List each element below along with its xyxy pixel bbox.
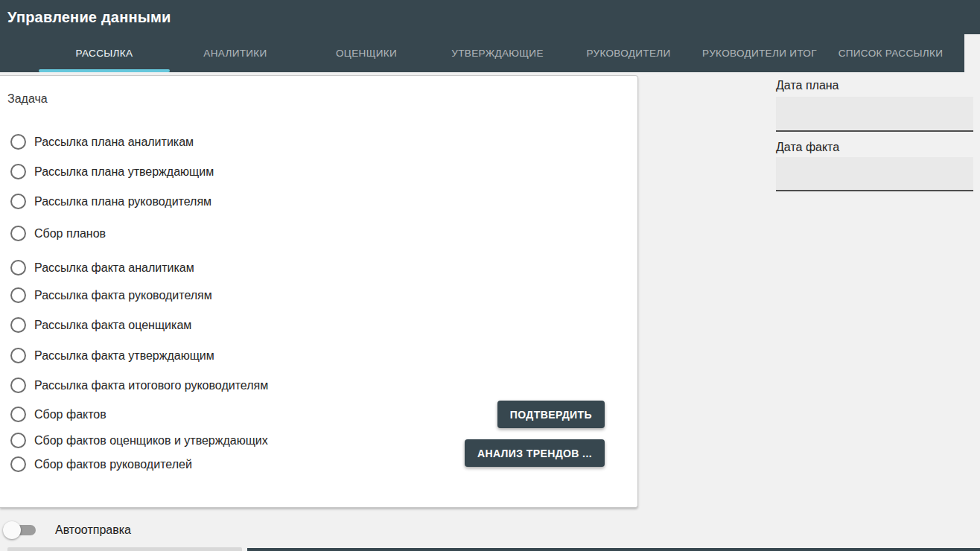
radio-icon[interactable] [10, 226, 26, 241]
task-option-label: Рассылка факта оценщикам [34, 319, 191, 332]
radio-icon[interactable] [10, 407, 26, 422]
radio-icon[interactable] [10, 348, 26, 363]
task-option-4[interactable]: Рассылка факта аналитикам [10, 260, 194, 276]
autosend-label: Автоотправка [55, 523, 131, 537]
app-toolbar: Управление данными [0, 0, 980, 34]
task-option-6[interactable]: Рассылка факта оценщикам [10, 317, 191, 333]
tab-1[interactable]: АНАЛИТИКИ [170, 34, 301, 72]
radio-icon[interactable] [10, 194, 26, 209]
radio-icon[interactable] [10, 378, 26, 393]
task-option-3[interactable]: Сбор планов [10, 226, 106, 241]
radio-icon[interactable] [10, 317, 26, 333]
trend-analysis-button[interactable]: АНАЛИЗ ТРЕНДОВ ... [465, 439, 605, 467]
radio-icon[interactable] [10, 433, 26, 448]
fact-date-label: Дата факта [776, 141, 839, 154]
task-option-9[interactable]: Сбор фактов [10, 407, 106, 422]
tab-3[interactable]: УТВЕРЖДАЮЩИЕ [432, 34, 563, 72]
task-option-label: Сбор планов [34, 227, 106, 241]
task-panel: Задача Рассылка плана аналитикамРассылка… [0, 75, 638, 508]
task-option-label: Рассылка плана утверждающим [34, 165, 214, 179]
page-title: Управление данными [7, 9, 171, 26]
radio-icon[interactable] [10, 164, 26, 179]
task-option-label: Рассылка факта утверждающим [34, 349, 214, 363]
task-option-label: Сбор фактов [34, 408, 106, 421]
task-option-label: Сбор фактов руководителей [34, 458, 192, 471]
task-option-2[interactable]: Рассылка плана руководителям [10, 194, 211, 209]
task-option-10[interactable]: Сбор фактов оценщиков и утверждающих [10, 433, 268, 448]
tab-bar: РАССЫЛКААНАЛИТИКИОЦЕНЩИКИУТВЕРЖДАЮЩИЕРУК… [0, 34, 964, 72]
tab-4[interactable]: РУКОВОДИТЕЛИ [563, 34, 694, 72]
plan-date-label: Дата плана [776, 79, 839, 92]
task-option-8[interactable]: Рассылка факта итогового руководителям [10, 378, 268, 393]
confirm-button[interactable]: ПОДТВЕРДИТЬ [497, 401, 605, 428]
plan-date-input[interactable] [776, 97, 973, 132]
task-option-label: Рассылка факта руководителям [34, 289, 212, 302]
tab-6[interactable]: СПИСОК РАССЫЛКИ [825, 34, 956, 72]
toggle-thumb [3, 521, 21, 539]
radio-icon[interactable] [10, 134, 26, 150]
task-option-11[interactable]: Сбор фактов руководителей [10, 456, 192, 472]
task-option-1[interactable]: Рассылка плана утверждающим [10, 164, 214, 179]
autosend-toggle[interactable] [3, 520, 37, 541]
task-option-label: Рассылка факта аналитикам [34, 261, 194, 275]
radio-icon[interactable] [10, 260, 26, 276]
task-option-label: Рассылка факта итогового руководителям [34, 379, 268, 392]
tab-0[interactable]: РАССЫЛКА [39, 34, 170, 72]
autosend-row: Автоотправка [3, 520, 131, 541]
radio-icon[interactable] [10, 456, 26, 472]
tab-2[interactable]: ОЦЕНЩИКИ [301, 34, 432, 72]
next-table-header-edge [247, 548, 980, 551]
next-panel-top-edge [7, 547, 242, 551]
task-option-label: Рассылка плана аналитикам [34, 136, 194, 149]
fact-date-input[interactable] [776, 157, 973, 191]
radio-icon[interactable] [10, 287, 26, 303]
task-option-0[interactable]: Рассылка плана аналитикам [10, 134, 194, 150]
task-panel-title: Задача [7, 92, 637, 106]
tab-5[interactable]: РУКОВОДИТЕЛИ ИТОГ [694, 34, 825, 72]
task-option-7[interactable]: Рассылка факта утверждающим [10, 348, 214, 363]
task-option-label: Рассылка плана руководителям [34, 195, 211, 208]
task-option-label: Сбор фактов оценщиков и утверждающих [34, 434, 268, 448]
task-option-5[interactable]: Рассылка факта руководителям [10, 287, 212, 303]
